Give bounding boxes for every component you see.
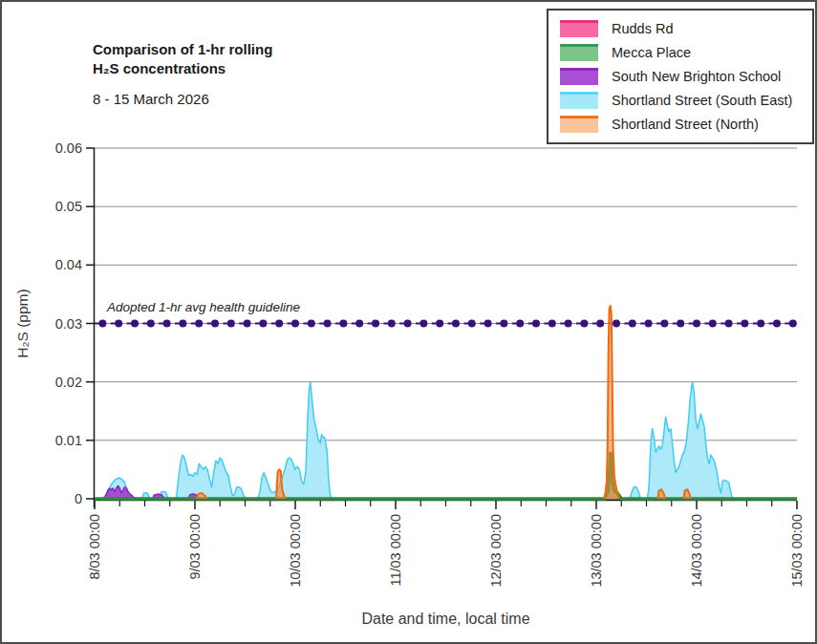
guideline-marker	[259, 320, 267, 328]
y-tick-label: 0.06	[55, 140, 82, 156]
guideline-marker	[98, 320, 106, 328]
guideline-marker	[244, 320, 251, 328]
guideline-marker	[789, 320, 797, 328]
guideline-label: Adopted 1-hr avg health guideline	[106, 300, 300, 314]
guideline-marker	[436, 320, 443, 328]
guideline-marker	[308, 320, 315, 328]
y-tick-label: 0	[75, 491, 82, 506]
guideline-marker	[629, 320, 636, 328]
guideline-marker	[452, 320, 460, 328]
guideline-marker	[693, 320, 700, 328]
guideline-marker	[211, 320, 219, 328]
y-tick-label: 0.05	[55, 199, 82, 214]
guideline-marker	[484, 320, 492, 328]
guideline-marker	[339, 320, 347, 328]
x-tick-label: 15/03 00:00	[789, 514, 805, 588]
guideline-marker	[773, 320, 781, 328]
guideline-marker	[179, 320, 186, 328]
guideline-marker	[596, 320, 604, 328]
guideline-marker	[227, 320, 235, 328]
guideline-marker	[372, 320, 379, 328]
guideline-marker	[115, 320, 122, 328]
h2s-concentration-chart: 00.010.020.030.040.050.068/03 00:009/03 …	[2, 2, 817, 644]
guideline-marker	[275, 320, 283, 328]
y-tick-label: 0.01	[55, 433, 82, 448]
guideline-marker	[677, 320, 684, 328]
y-tick-label: 0.02	[55, 375, 82, 390]
guideline-marker	[613, 320, 620, 328]
guideline-marker	[645, 320, 653, 328]
x-tick-label: 14/03 00:00	[689, 514, 704, 588]
guideline-marker	[757, 320, 764, 328]
guideline-marker	[516, 320, 524, 328]
y-tick-label: 0.04	[55, 257, 82, 272]
x-tick-label: 13/03 00:00	[589, 514, 604, 588]
guideline-marker	[580, 320, 588, 328]
guideline-marker	[548, 320, 556, 328]
guideline-marker	[741, 320, 748, 328]
guideline-marker	[131, 320, 139, 328]
chart-page: Comparison of 1-hr rolling H₂S concentra…	[0, 0, 817, 644]
guideline-marker	[291, 320, 299, 328]
guideline-marker	[709, 320, 717, 328]
guideline-marker	[388, 320, 396, 328]
guideline-marker	[419, 320, 427, 328]
y-tick-label: 0.03	[55, 316, 82, 332]
guideline-marker	[500, 320, 507, 328]
guideline-marker	[163, 320, 171, 328]
x-tick-label: 12/03 00:00	[488, 514, 504, 588]
x-tick-label: 11/03 00:00	[388, 514, 403, 587]
guideline-marker	[147, 320, 155, 328]
guideline-marker	[725, 320, 733, 328]
y-axis-title: H₂S (ppm)	[14, 289, 31, 357]
guideline-marker	[532, 320, 540, 328]
guideline-marker	[565, 320, 572, 328]
guideline-marker	[195, 320, 203, 328]
x-axis-title: Date and time, local time	[361, 611, 529, 627]
guideline-marker	[324, 320, 332, 328]
guideline-marker	[468, 320, 476, 328]
x-tick-label: 8/03 00:00	[87, 514, 102, 580]
guideline-marker	[404, 320, 412, 328]
guideline-marker	[355, 320, 363, 328]
x-tick-label: 9/03 00:00	[187, 514, 203, 580]
guideline-marker	[660, 320, 668, 328]
x-tick-label: 10/03 00:00	[288, 514, 303, 588]
